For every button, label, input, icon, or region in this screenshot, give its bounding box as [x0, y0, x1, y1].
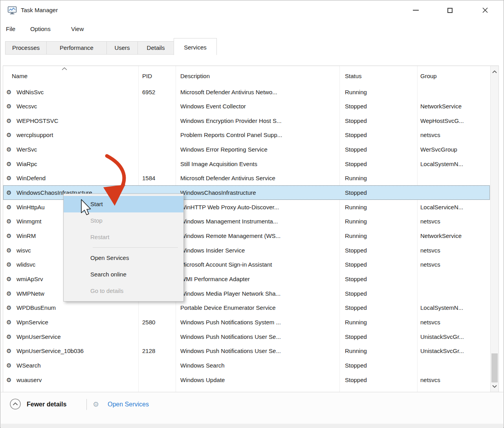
- service-description: WinHTTP Web Proxy Auto-Discover...: [180, 200, 279, 214]
- service-gear-icon: ⚙: [6, 315, 11, 329]
- title-bar: Task Manager: [0, 0, 504, 20]
- menubar-item-view[interactable]: View: [71, 20, 84, 38]
- chevron-down-icon: [492, 385, 497, 388]
- service-row-wdnissvc[interactable]: ⚙WdNisSvc6952Microsoft Defender Antiviru…: [3, 85, 490, 99]
- close-button[interactable]: [476, 0, 494, 20]
- service-group: LocalSystemN...: [420, 300, 463, 315]
- service-status: Running: [345, 229, 367, 243]
- service-row-wephostsvc[interactable]: ⚙WEPHOSTSVCWindows Encryption Provider H…: [3, 113, 490, 128]
- menubar-item-options[interactable]: Options: [30, 20, 51, 38]
- service-name: WMPNetw: [16, 286, 44, 301]
- context-menu-item-search-online[interactable]: Search online: [64, 266, 183, 283]
- service-gear-icon: ⚙: [6, 157, 11, 171]
- chevron-up-circle-icon: [9, 398, 21, 410]
- service-status: Running: [345, 315, 367, 329]
- service-group: netsvcs: [420, 214, 440, 229]
- context-menu-item-start[interactable]: Start: [64, 196, 183, 212]
- service-group: netsvcs: [420, 315, 440, 329]
- menubar-item-file[interactable]: File: [6, 20, 15, 38]
- service-status: Stopped: [345, 113, 367, 128]
- tab-performance[interactable]: Performance: [46, 41, 107, 55]
- service-status: Running: [345, 85, 367, 99]
- scroll-down-button[interactable]: [491, 382, 499, 391]
- task-manager-window: Task Manager FileOptionsView ProcessesPe…: [0, 0, 504, 428]
- service-gear-icon: ⚙: [6, 229, 11, 243]
- column-header-pid[interactable]: PID: [142, 66, 152, 84]
- service-status: Stopped: [345, 243, 367, 258]
- tab-services[interactable]: Services: [174, 38, 217, 55]
- service-row-wpnuserservice-10b036[interactable]: ⚙WpnUserService_10b0362128Windows Push N…: [3, 344, 490, 358]
- service-description: Still Image Acquisition Events: [180, 157, 257, 171]
- maximize-button[interactable]: [441, 0, 459, 20]
- service-description: Windows Event Collector: [180, 99, 246, 113]
- tab-details[interactable]: Details: [137, 41, 174, 55]
- service-description: Windows Search: [180, 358, 225, 373]
- service-status: Stopped: [345, 373, 367, 387]
- service-description: Windows Push Notifications User Se...: [180, 344, 281, 358]
- service-pid: 1584: [142, 171, 155, 185]
- service-name: wmiApSrv: [16, 272, 43, 286]
- service-group: NetworkService: [420, 229, 462, 243]
- service-name: WinRM: [16, 229, 36, 243]
- task-manager-app-icon: [7, 5, 17, 15]
- service-gear-icon: ⚙: [6, 200, 11, 214]
- service-group: netsvcs: [420, 373, 440, 387]
- column-header-description[interactable]: Description: [180, 66, 210, 84]
- service-row-wsearch[interactable]: ⚙WSearchWindows SearchStopped: [3, 358, 490, 373]
- column-header-status[interactable]: Status: [345, 66, 362, 84]
- minimize-button[interactable]: [407, 0, 425, 20]
- scrollbar-thumb[interactable]: [491, 353, 498, 382]
- gear-icon: ⚙: [93, 392, 99, 417]
- column-header-name[interactable]: Name: [12, 66, 27, 84]
- service-status: Stopped: [345, 185, 367, 200]
- service-gear-icon: ⚙: [6, 286, 11, 301]
- service-status: Stopped: [345, 99, 367, 113]
- service-context-menu: StartStopRestartOpen ServicesSearch onli…: [63, 194, 184, 302]
- service-status: Running: [345, 214, 367, 229]
- service-row-wiarpc[interactable]: ⚙WiaRpcStill Image Acquisition EventsSto…: [3, 157, 490, 171]
- service-name: Wecsvc: [16, 99, 37, 113]
- column-header-group[interactable]: Group: [420, 66, 437, 84]
- service-description: Windows Push Notifications System ...: [180, 315, 281, 329]
- service-gear-icon: ⚙: [6, 257, 11, 272]
- service-gear-icon: ⚙: [6, 171, 11, 185]
- service-row-wersvc[interactable]: ⚙WerSvcWindows Error Reporting ServiceSt…: [3, 142, 490, 157]
- scroll-up-button[interactable]: [491, 68, 499, 76]
- fewer-details-button[interactable]: Fewer details: [27, 392, 66, 417]
- service-group: netsvcs: [420, 243, 440, 258]
- service-group: LocalSystemN...: [420, 157, 463, 171]
- service-gear-icon: ⚙: [6, 272, 11, 286]
- service-gear-icon: ⚙: [6, 329, 11, 344]
- context-menu-item-open-services[interactable]: Open Services: [64, 250, 183, 266]
- service-row-wuauserv[interactable]: ⚙wuauservWindows UpdateStoppednetsvcs: [3, 373, 490, 387]
- service-name: WSearch: [16, 358, 41, 373]
- service-group: UnistackSvcGr...: [420, 344, 464, 358]
- tab-processes[interactable]: Processes: [5, 41, 47, 55]
- service-row-windefend[interactable]: ⚙WinDefend1584Microsoft Defender Antivir…: [3, 171, 490, 185]
- service-status: Stopped: [345, 272, 367, 286]
- context-menu-item-go-to-details: Go to details: [64, 283, 183, 299]
- menu-bar: FileOptionsView: [0, 20, 504, 38]
- service-group: UnistackSvcGr...: [420, 329, 464, 344]
- service-gear-icon: ⚙: [6, 85, 11, 99]
- service-name: WinDefend: [16, 171, 46, 185]
- service-description: Microsoft Defender Antivirus Netwo...: [180, 85, 277, 99]
- tab-users[interactable]: Users: [106, 41, 138, 55]
- service-status: Running: [345, 200, 367, 214]
- service-name: wisvc: [16, 243, 31, 258]
- service-group: WerSvcGroup: [420, 142, 457, 157]
- service-row-wecsvc[interactable]: ⚙WecsvcWindows Event CollectorStoppedNet…: [3, 99, 490, 113]
- service-name: wuauserv: [16, 373, 42, 387]
- menu-separator: [93, 247, 178, 248]
- service-row-wpnuserservice[interactable]: ⚙WpnUserServiceWindows Push Notification…: [3, 329, 490, 344]
- service-name: wercplsupport: [16, 128, 53, 142]
- service-group: LocalServiceN...: [420, 200, 463, 214]
- service-status: Stopped: [345, 300, 367, 315]
- vertical-scrollbar[interactable]: [490, 66, 499, 392]
- service-row-wpnservice[interactable]: ⚙WpnService2580Windows Push Notification…: [3, 315, 490, 329]
- service-gear-icon: ⚙: [6, 142, 11, 157]
- open-services-link[interactable]: Open Services: [108, 392, 149, 417]
- service-row-wercplsupport[interactable]: ⚙wercplsupportProblem Reports Control Pa…: [3, 128, 490, 142]
- service-description: Windows Media Player Network Sha...: [180, 286, 280, 301]
- service-row-wpdbusenum[interactable]: ⚙WPDBusEnumPortable Device Enumerator Se…: [3, 300, 490, 315]
